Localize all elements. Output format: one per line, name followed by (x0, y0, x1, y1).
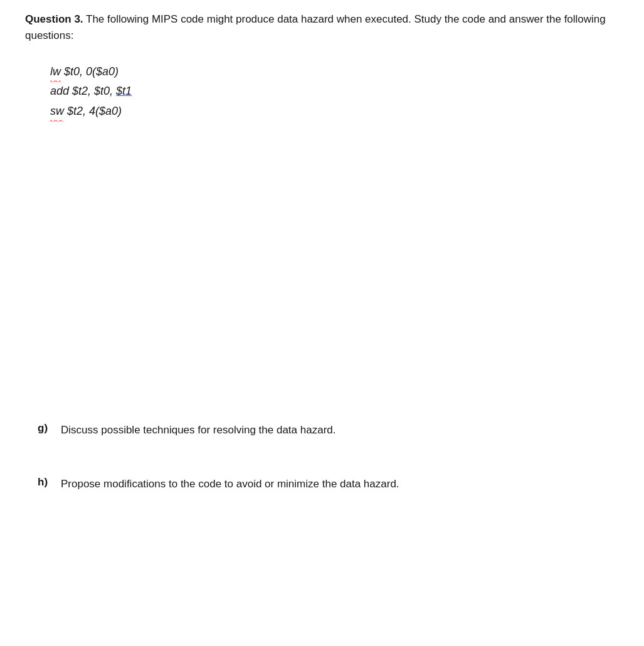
t1-register: $t1 (116, 85, 132, 97)
lw-keyword: lw (50, 62, 61, 82)
line3-rest: $t2, 4($a0) (64, 105, 122, 117)
line2-rest-before: $t2, $t0, (69, 85, 116, 97)
code-line-3: sw $t2, 4($a0) (50, 102, 619, 122)
add-keyword: add (50, 85, 69, 97)
subquestion-g-label: g) (38, 422, 53, 435)
line1-rest: $t0, 0($a0) (61, 65, 119, 78)
subquestion-h-label: h) (38, 476, 53, 489)
subquestion-g: g) Discuss possible techniques for resol… (38, 422, 619, 438)
code-block: lw $t0, 0($a0) add $t2, $t0, $t1 sw $t2,… (50, 62, 619, 122)
sw-keyword: sw (50, 102, 64, 122)
code-line-2: add $t2, $t0, $t1 (50, 82, 619, 102)
question-intro-text: The following MIPS code might produce da… (25, 13, 606, 41)
question-header: Question 3. The following MIPS code migh… (25, 11, 619, 45)
subquestion-h-text: Propose modifications to the code to avo… (61, 476, 399, 492)
code-line-1: lw $t0, 0($a0) (50, 62, 619, 82)
question-number: Question 3. (25, 13, 83, 25)
subquestion-h: h) Propose modifications to the code to … (38, 476, 619, 492)
subquestion-g-text: Discuss possible techniques for resolvin… (61, 422, 335, 438)
questions-section: g) Discuss possible techniques for resol… (25, 422, 619, 492)
